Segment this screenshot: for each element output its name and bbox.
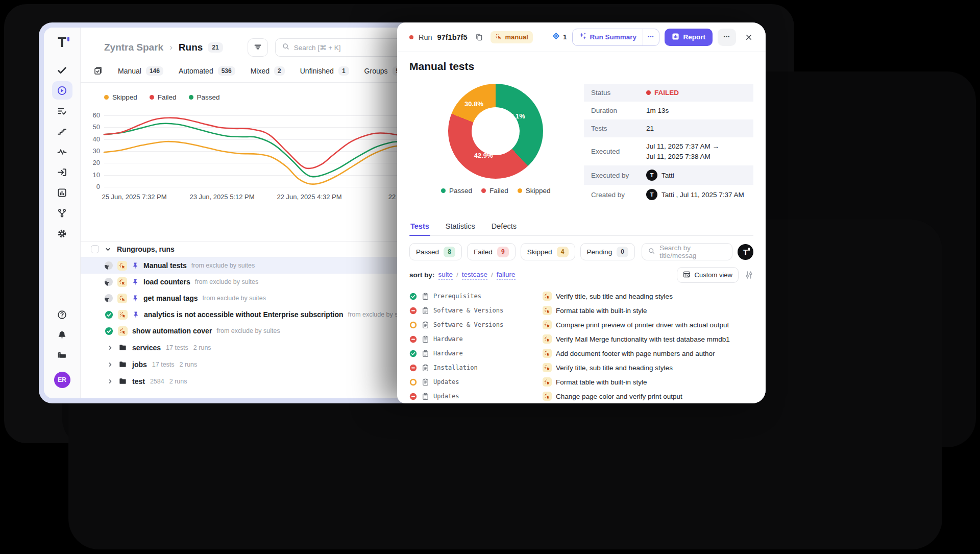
sidebar-item-import[interactable] (52, 163, 72, 181)
select-all-checkbox[interactable] (91, 245, 99, 253)
run-summary-button[interactable]: Run Summary••• (572, 29, 659, 46)
filter-chip-failed[interactable]: Failed9 (467, 243, 516, 260)
panel-tab-statistics[interactable]: Statistics (445, 219, 476, 235)
sidebar-item-projects[interactable] (52, 346, 72, 365)
tests-search-input[interactable]: Search by title/messag (642, 243, 732, 260)
manual-type-icon (117, 294, 127, 303)
chevron-right-icon[interactable] (107, 345, 113, 351)
pin-icon (132, 278, 139, 286)
sidebar-item-help[interactable] (52, 305, 72, 324)
sidebar-item-reports[interactable] (52, 183, 72, 202)
user-name: Tatti , Jul 11, 2025 7:37 AM (662, 191, 744, 199)
user-name: Tatti (662, 172, 674, 179)
legend-dot (518, 188, 522, 193)
run-summary-more-button[interactable]: ••• (643, 29, 658, 45)
test-row[interactable]: HardwareAdd document footer with page nu… (409, 346, 753, 360)
sliders-icon[interactable] (745, 271, 753, 279)
close-button[interactable] (741, 30, 756, 45)
status-badge: FAILED (646, 89, 679, 97)
tab-label: Mixed (251, 67, 270, 75)
test-row[interactable]: Software & VersionsFormat table with bui… (409, 303, 753, 318)
breadcrumb-app[interactable]: Zyntra Spark (104, 42, 163, 53)
sort-option-failure[interactable]: failure (497, 270, 516, 280)
pin-icon (132, 311, 139, 319)
folder-count: 2 runs (169, 378, 187, 385)
test-row[interactable]: HardwareVerify Mail Merge functionality … (409, 332, 753, 346)
sidebar-item-branches[interactable] (52, 204, 72, 222)
sidebar-item-notifications[interactable] (52, 326, 72, 344)
y-axis-tick: 20 (83, 159, 100, 166)
report-button[interactable]: Report (665, 29, 713, 46)
rungroups-title: Rungroups, runs (117, 245, 175, 253)
stat-label: Executed (591, 148, 646, 155)
tab-manual[interactable]: Manual146 (118, 66, 163, 76)
sidebar-item-runs[interactable] (52, 81, 72, 100)
legend-item-skipped[interactable]: Skipped (104, 93, 137, 101)
run-name: show automation cover (132, 327, 212, 335)
panel-tab-defects[interactable]: Defects (491, 219, 518, 235)
user-avatar[interactable]: ER (54, 372, 70, 388)
assignee-avatar[interactable]: T (738, 244, 753, 260)
sort-option-testcase[interactable]: testcase (462, 270, 487, 280)
manual-type-icon (118, 326, 128, 336)
chevron-down-icon[interactable] (105, 246, 111, 253)
search-input[interactable]: Search [⌘ + K] (275, 38, 414, 57)
tab-unfinished[interactable]: Unfinished1 (300, 66, 349, 76)
search-icon (648, 247, 655, 257)
sparkles-icon (579, 32, 586, 42)
test-row[interactable]: PrerequisitesVerify title, sub title and… (409, 289, 753, 303)
chip-count-badge: 9 (497, 247, 509, 257)
manual-type-badge: manual (491, 31, 533, 43)
test-row[interactable]: UpdatesFormat table with built-in style (409, 375, 753, 389)
chevron-right-icon[interactable] (107, 362, 113, 368)
sidebar-item-activity[interactable] (52, 142, 72, 161)
runs-list-icon (93, 66, 103, 76)
legend-item-passed[interactable]: Passed (189, 93, 220, 101)
sidebar-item-test-cases[interactable] (52, 102, 72, 120)
sidebar-item-tasks[interactable] (52, 61, 72, 79)
sort-option-suite[interactable]: suite (438, 270, 453, 280)
test-row[interactable]: InstallationVerify title, sub title and … (409, 360, 753, 375)
sidebar-bottom-nav (52, 305, 72, 365)
folder-icon (118, 360, 127, 369)
sort-right-group: Custom view (677, 267, 753, 283)
filter-button[interactable] (248, 38, 268, 57)
run-summary-main[interactable]: Run Summary (573, 29, 643, 45)
stat-value: Jul 11, 2025 7:37 AM →Jul 11, 2025 7:38 … (646, 141, 719, 161)
run-name: get manual tags (143, 294, 198, 302)
donut-slice-label: 38.1% (506, 112, 525, 120)
panel-tab-tests[interactable]: Tests (409, 219, 430, 235)
sidebar-item-settings[interactable] (52, 224, 72, 243)
legend-label: Skipped (112, 93, 137, 101)
run-details-panel: Run97f1b7f5manual1Run Summary•••Report••… (397, 22, 766, 403)
legend-item-failed[interactable]: Failed (150, 93, 177, 101)
donut-legend-item-skipped[interactable]: Skipped (518, 187, 551, 195)
sidebar-item-steps[interactable] (52, 122, 72, 140)
linked-issues[interactable]: 1 (552, 32, 567, 42)
suite-clipboard-icon (422, 293, 429, 300)
tab-mixed[interactable]: Mixed2 (251, 66, 285, 76)
filter-chip-pending[interactable]: Pending0 (580, 243, 635, 260)
legend-label: Passed (197, 93, 220, 101)
test-row[interactable]: Software & VersionsCompare print preview… (409, 318, 753, 332)
tab-count-badge: 2 (274, 66, 285, 76)
test-title: Format table with built-in style (556, 307, 647, 315)
tab-automated[interactable]: Automated536 (179, 66, 235, 76)
copy-button[interactable] (472, 31, 485, 44)
run-origin: from exclude by suites (216, 327, 280, 334)
passed-status-icon (105, 327, 113, 335)
filter-chip-skipped[interactable]: Skipped4 (521, 243, 575, 260)
app-logo[interactable]: T (58, 36, 66, 50)
help-icon (57, 310, 67, 320)
type-badge-label: manual (505, 33, 528, 41)
donut-legend-item-passed[interactable]: Passed (441, 187, 472, 195)
chevron-right-icon[interactable] (107, 378, 113, 384)
donut-legend-item-failed[interactable]: Failed (481, 187, 508, 195)
custom-view-button[interactable]: Custom view (677, 267, 739, 283)
filter-chip-passed[interactable]: Passed8 (409, 243, 462, 260)
more-actions-button[interactable]: ••• (718, 29, 736, 46)
legend-dot (104, 95, 109, 100)
test-row[interactable]: UpdatesChange page color and verify prin… (409, 389, 753, 403)
result-filter-chips: Passed8Failed9Skipped4Pending0Search by … (409, 243, 753, 260)
run-name: Manual tests (143, 261, 187, 270)
